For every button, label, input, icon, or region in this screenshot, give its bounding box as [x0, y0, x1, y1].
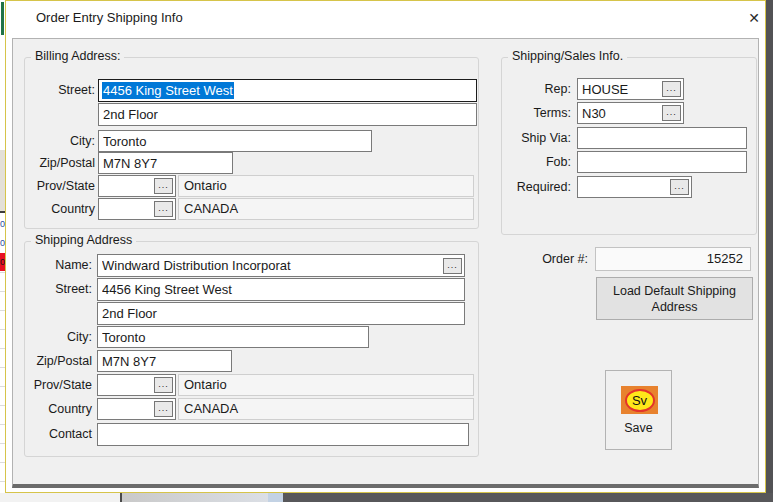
load-default-shipping-button[interactable]: Load Default Shipping Address	[596, 277, 753, 320]
background-toolbar-band	[122, 493, 283, 502]
shipping-city-label: City:	[6, 326, 92, 348]
terms-lookup[interactable]: N30 ...	[577, 102, 684, 124]
shipping-contact-label: Contact	[6, 423, 92, 445]
shipping-prov-ellipsis-button[interactable]: ...	[154, 377, 173, 393]
close-icon[interactable]: ✕	[741, 5, 767, 31]
ship-via-input[interactable]	[577, 127, 747, 149]
billing-country-name-display: CANADA	[178, 198, 474, 220]
dialog-title: Order Entry Shipping Info	[36, 10, 183, 25]
shipping-group-label: Shipping Address	[31, 233, 136, 247]
background-dark-strip	[283, 493, 773, 502]
fob-input[interactable]	[577, 151, 747, 173]
billing-prov-name-display: Ontario	[178, 175, 474, 197]
sales-group-label: Shipping/Sales Info.	[508, 49, 627, 63]
billing-country-label: Country	[6, 198, 95, 220]
terms-ellipsis-button[interactable]: ...	[662, 105, 681, 121]
shipping-prov-name-display: Ontario	[178, 374, 474, 396]
shipping-name-text: Windward Distribution Incorporat	[102, 255, 440, 276]
rep-value: HOUSE	[582, 79, 659, 99]
terms-label: Terms:	[471, 102, 571, 124]
shipping-city-input[interactable]	[97, 326, 369, 348]
required-value	[582, 177, 667, 197]
billing-street2-input[interactable]	[98, 103, 477, 126]
billing-prov-ellipsis-button[interactable]: ...	[154, 178, 173, 194]
billing-zip-label: Zip/Postal	[6, 152, 95, 174]
titlebar[interactable]: Order Entry Shipping Info ✕	[6, 1, 765, 38]
order-entry-shipping-info-dialog: Order Entry Shipping Info ✕ Billing Addr…	[5, 0, 766, 493]
shipping-country-name-display: CANADA	[178, 398, 474, 420]
billing-street-label: Street:	[6, 79, 95, 101]
save-icon: Sv	[621, 386, 658, 414]
billing-zip-input[interactable]	[98, 152, 233, 174]
shipping-name-lookup[interactable]: Windward Distribution Incorporat ...	[97, 254, 465, 277]
shipping-prov-code	[102, 375, 151, 395]
shipping-prov-label: Prov/State	[6, 374, 92, 396]
shipping-name-ellipsis-button[interactable]: ...	[443, 258, 462, 274]
shipping-country-lookup[interactable]: ...	[97, 398, 176, 420]
rep-ellipsis-button[interactable]: ...	[662, 81, 681, 97]
billing-prov-lookup[interactable]: ...	[98, 175, 176, 197]
required-lookup[interactable]: ...	[577, 176, 692, 198]
screen: 0 0 0 Order Entry Shipping Info ✕ Billin…	[0, 0, 773, 502]
required-ellipsis-button[interactable]: ...	[670, 179, 689, 195]
shipping-street1-input[interactable]	[97, 278, 465, 301]
background-bottom-strip	[0, 493, 773, 502]
required-label: Required:	[471, 176, 571, 198]
order-number-label: Order #:	[471, 248, 588, 270]
order-number-display: 15252	[595, 247, 751, 271]
background-toolbar-cell	[268, 493, 283, 502]
shipping-zip-label: Zip/Postal	[6, 350, 92, 372]
billing-country-lookup[interactable]: ...	[98, 198, 176, 220]
ship-via-label: Ship Via:	[471, 127, 571, 149]
shipping-country-ellipsis-button[interactable]: ...	[154, 401, 173, 417]
billing-city-label: City:	[6, 130, 95, 152]
billing-group-label: Billing Address:	[31, 49, 124, 63]
billing-city-input[interactable]	[98, 130, 372, 152]
rep-label: Rep:	[471, 78, 571, 100]
shipping-street-label: Street:	[6, 278, 92, 300]
shipping-country-label: Country	[6, 398, 92, 420]
background-dark-sliver	[766, 0, 773, 502]
shipping-name-label: Name:	[6, 254, 92, 276]
billing-country-code	[103, 199, 151, 219]
fob-label: Fob:	[471, 151, 571, 173]
background-green-bar	[1, 2, 4, 35]
shipping-country-code	[102, 399, 151, 419]
shipping-street2-input[interactable]	[97, 302, 465, 325]
save-icon-ellipse: Sv	[625, 389, 655, 412]
billing-country-ellipsis-button[interactable]: ...	[154, 201, 173, 217]
rep-lookup[interactable]: HOUSE ...	[577, 78, 684, 100]
billing-street1-input[interactable]: 4456 King Street West	[98, 79, 477, 102]
shipping-prov-lookup[interactable]: ...	[97, 374, 176, 396]
shipping-zip-input[interactable]	[97, 350, 232, 372]
save-button-label: Save	[606, 421, 671, 435]
billing-street1-selected-text: 4456 King Street West	[102, 82, 234, 99]
terms-value: N30	[582, 103, 659, 123]
save-button[interactable]: Sv Save	[605, 370, 672, 450]
billing-prov-code	[103, 176, 151, 196]
shipping-contact-input[interactable]	[97, 423, 469, 446]
billing-prov-label: Prov/State	[6, 175, 95, 197]
